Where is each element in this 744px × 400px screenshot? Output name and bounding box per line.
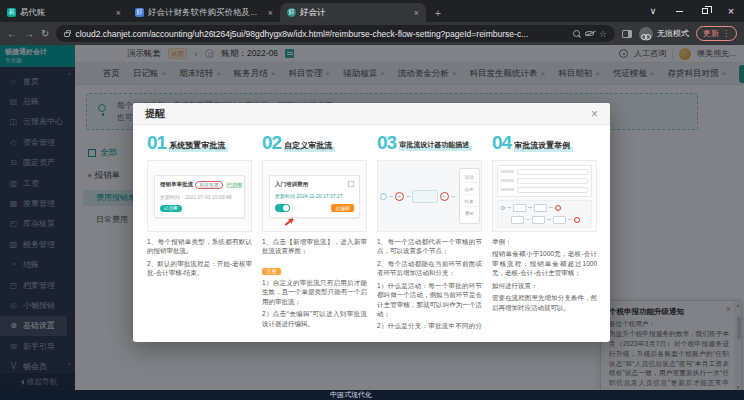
add-node-highlight: +	[440, 192, 449, 201]
step-1-preset-flow: 01 系统预置审批流 报销单审批流 系统预置 已启用 更新时间：2021-07-…	[147, 133, 252, 333]
tab2-favicon: 好	[135, 8, 144, 17]
step-2-header: 02 自定义审批流	[262, 133, 367, 155]
preset-flow-card: 报销单审批流 系统预置 已启用 更新时间：2021-07-03 10:00:48…	[154, 175, 245, 218]
tab3-close-icon[interactable]	[414, 8, 419, 18]
form-row	[501, 187, 588, 193]
step-1-screenshot: 报销单审批流 系统预置 已启用 更新时间：2021-07-03 10:00:48…	[147, 160, 252, 232]
screen: 易 易代账 好 好会计财务软件购买价格及... 好 好会计 ← → ↻ clou…	[0, 0, 744, 400]
step-4-header: 04 审批流设置举例	[492, 133, 597, 155]
reload-icon[interactable]: ↻	[41, 29, 49, 39]
form-row	[501, 169, 588, 175]
modal-body: 01 系统预置审批流 报销单审批流 系统预置 已启用 更新时间：2021-07-…	[133, 125, 610, 341]
taskbar: 中国式现代化	[0, 390, 744, 400]
browser-tab-1[interactable]: 易 易代账	[0, 3, 128, 22]
step-4-number: 04	[492, 133, 511, 153]
forward-icon[interactable]: →	[24, 29, 34, 39]
lock-icon	[64, 32, 70, 37]
enabled-pill: 已启用	[160, 205, 182, 212]
browser-menu-icon[interactable]	[722, 29, 730, 38]
flow-branch-1	[501, 204, 588, 212]
flow-line	[389, 196, 393, 197]
flow-branch-2	[501, 216, 588, 224]
bookmark-star-icon[interactable]	[599, 29, 607, 39]
tab-search-icon[interactable]	[640, 0, 666, 22]
browser-tab-3-active[interactable]: 好 好会计	[280, 3, 426, 22]
incognito-icon	[639, 27, 653, 41]
incognito-badge: 无痕模式	[639, 27, 689, 41]
browser-update-button[interactable]: 更新	[696, 26, 737, 41]
card-corner-icon	[348, 181, 354, 187]
browser-tabstrip: 易 易代账 好 好会计财务软件购买价格及... 好 好会计	[0, 0, 744, 22]
step-4-screenshot	[492, 160, 597, 232]
browser-toolbar: ← → ↻ cloud2.chanjet.com/accounting/uh26…	[0, 22, 744, 45]
step-2-text: 1、点击【新增审批流】，进入新审批流设置界面； 注意 1）自定义的审批流只有启用…	[262, 237, 367, 328]
status-badge: 已启用	[225, 182, 244, 188]
enable-toggle	[275, 204, 290, 212]
step-2-screenshot: 入门培训费用 更新时间 2024-11-20 17:37:27 去编辑	[262, 160, 367, 232]
minimize-button[interactable]	[666, 0, 692, 22]
step-3-title: 审批流设计器功能描述	[399, 140, 472, 151]
tab1-title: 易代账	[20, 7, 112, 19]
activity-node	[412, 190, 438, 203]
step-3-designer: 03 审批流设计器功能描述 + + 活动 分支	[377, 133, 482, 333]
add-node-highlight: +	[395, 192, 404, 201]
card-footer: 已启用	[160, 205, 239, 212]
step-3-screenshot: + + 活动 分支 结束 通知	[377, 160, 482, 232]
branch-highlight	[555, 205, 561, 211]
card-meta: 更新时间 2024-11-20 17:37:27	[275, 193, 354, 199]
example-flow	[497, 200, 592, 228]
address-bar[interactable]: cloud2.chanjet.com/accounting/uh26t264j5…	[56, 25, 615, 42]
step-1-text: 1、每个报销单类型，系统都有默认的报销审批流。 2、默认的审批流程是：开始-老板…	[147, 237, 252, 278]
new-tab-button[interactable]	[430, 6, 446, 22]
custom-flow-card: 入门培训费用 更新时间 2024-11-20 17:37:27 去编辑	[269, 175, 360, 218]
note-badge: 注意	[262, 268, 281, 275]
circled-tag: 系统预置	[195, 181, 223, 189]
card-footer: 去编辑	[275, 204, 354, 212]
eye-off-icon[interactable]	[585, 31, 594, 36]
incognito-label: 无痕模式	[657, 28, 689, 39]
form-row	[501, 178, 588, 184]
flow-line	[451, 196, 455, 197]
modal-header: 提醒	[133, 103, 610, 125]
zoom-icon[interactable]	[573, 30, 580, 37]
side-panel-icon[interactable]	[622, 30, 632, 38]
tab1-favicon: 易	[7, 8, 16, 17]
tab2-title: 好会计财务软件购买价格及...	[148, 7, 264, 19]
step-4-example: 04 审批流设置举例	[492, 133, 597, 333]
step-2-custom-flow: 02 自定义审批流 入门培训费用 更新时间 2024-11-20 17:37:2…	[262, 133, 367, 333]
card-row: 入门培训费用	[275, 181, 354, 188]
card-meta: 更新时间：2021-07-03 10:00:48	[160, 194, 239, 200]
step-4-title: 审批流设置举例	[514, 140, 573, 152]
modal-close-icon[interactable]	[591, 108, 598, 120]
browser-tab-2[interactable]: 好 好会计财务软件购买价格及...	[128, 3, 280, 22]
step-1-number: 01	[147, 133, 166, 153]
example-form	[497, 165, 592, 197]
app-window: 畅捷通好会计 专业版 ▲ ⌂首页 ▤总账 ◫云报表中心 ◇资金管理 ⊟固定资产 …	[0, 45, 744, 390]
restore-button[interactable]	[692, 0, 718, 22]
back-icon[interactable]: ←	[7, 29, 17, 39]
designer-side-panel: 活动 分支 结束 通知	[459, 168, 480, 224]
url-text[interactable]: cloud2.chanjet.com/accounting/uh26t264j5…	[75, 29, 568, 39]
step-2-number: 02	[262, 133, 281, 153]
tab1-close-icon[interactable]	[116, 8, 121, 18]
step-1-title: 系统预置审批流	[169, 140, 228, 152]
flow-line	[406, 196, 410, 197]
update-label: 更新	[703, 28, 719, 39]
step-4-text: 举例： 报销单金额小于1000元，老板-会计审核流程；报销单金额超过1000元，…	[492, 237, 597, 312]
edit-button: 去编辑	[331, 204, 354, 212]
close-window-button[interactable]	[718, 0, 744, 22]
reminder-modal: 提醒 01 系统预置审批流 报销单审批流 系统预置	[133, 103, 610, 342]
window-controls	[640, 0, 744, 22]
step-3-header: 03 审批流设计器功能描述	[377, 133, 482, 155]
red-arrow-icon	[285, 218, 294, 225]
taskbar-news-text: 中国式现代化	[330, 390, 372, 400]
step-3-text: 1、每一个活动都代表一个审核的节点，可以设置多个节点； 2、每个活动都能在当前环…	[377, 237, 482, 333]
step-1-header: 01 系统预置审批流	[147, 133, 252, 155]
flow-start-node	[380, 193, 387, 200]
tab3-title: 好会计	[300, 7, 410, 19]
branch-highlight	[574, 217, 580, 223]
step-2-title: 自定义审批流	[284, 140, 335, 152]
card-row: 报销单审批流 系统预置 已启用	[160, 181, 239, 189]
step-3-number: 03	[377, 133, 396, 153]
tab2-close-icon[interactable]	[268, 8, 273, 18]
